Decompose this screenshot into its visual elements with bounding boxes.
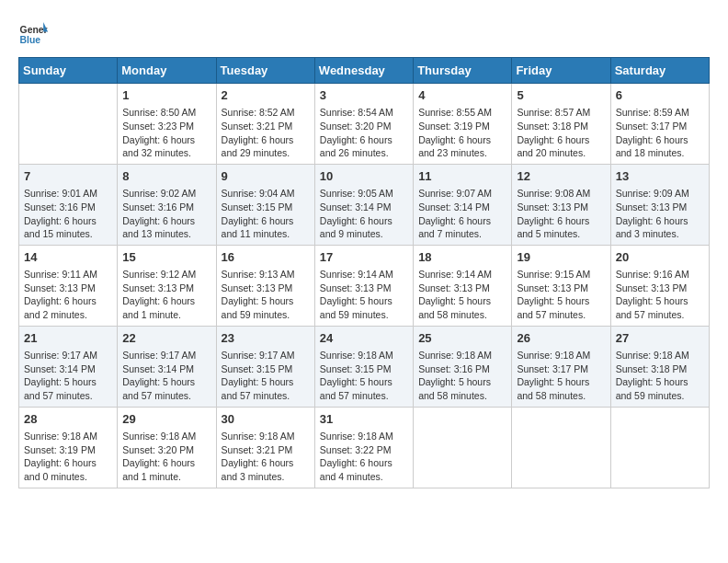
- day-number: 12: [517, 168, 605, 185]
- calendar-cell: 17Sunrise: 9:14 AM Sunset: 3:13 PM Dayli…: [314, 245, 413, 326]
- calendar-cell: 22Sunrise: 9:17 AM Sunset: 3:14 PM Dayli…: [118, 326, 216, 407]
- day-info: Sunrise: 9:17 AM Sunset: 3:14 PM Dayligh…: [122, 349, 210, 403]
- day-info: Sunrise: 9:18 AM Sunset: 3:22 PM Dayligh…: [320, 430, 408, 484]
- day-number: 27: [616, 330, 704, 347]
- day-number: 16: [222, 249, 310, 266]
- calendar-cell: 13Sunrise: 9:09 AM Sunset: 3:13 PM Dayli…: [610, 164, 709, 245]
- weekday-header-thursday: Thursday: [414, 58, 512, 84]
- day-number: 23: [222, 330, 310, 347]
- calendar-cell: [512, 407, 610, 488]
- calendar-cell: 28Sunrise: 9:18 AM Sunset: 3:19 PM Dayli…: [19, 407, 118, 488]
- day-number: 1: [122, 87, 210, 104]
- day-number: 24: [320, 330, 408, 347]
- day-info: Sunrise: 9:15 AM Sunset: 3:13 PM Dayligh…: [517, 268, 605, 322]
- day-number: 28: [24, 411, 112, 428]
- calendar-cell: 18Sunrise: 9:14 AM Sunset: 3:13 PM Dayli…: [414, 245, 512, 326]
- weekday-header-monday: Monday: [118, 58, 216, 84]
- day-info: Sunrise: 9:18 AM Sunset: 3:20 PM Dayligh…: [122, 430, 210, 484]
- calendar-cell: 14Sunrise: 9:11 AM Sunset: 3:13 PM Dayli…: [19, 245, 118, 326]
- day-number: 25: [418, 330, 506, 347]
- logo: General Blue: [18, 18, 48, 48]
- day-number: 19: [517, 249, 605, 266]
- calendar-cell: 5Sunrise: 8:57 AM Sunset: 3:18 PM Daylig…: [512, 84, 610, 165]
- calendar-body: 1Sunrise: 8:50 AM Sunset: 3:23 PM Daylig…: [19, 84, 710, 488]
- day-number: 30: [222, 411, 310, 428]
- calendar-cell: 31Sunrise: 9:18 AM Sunset: 3:22 PM Dayli…: [314, 407, 413, 488]
- day-number: 20: [616, 249, 704, 266]
- calendar-cell: 20Sunrise: 9:16 AM Sunset: 3:13 PM Dayli…: [610, 245, 709, 326]
- day-number: 26: [517, 330, 605, 347]
- day-info: Sunrise: 8:54 AM Sunset: 3:20 PM Dayligh…: [320, 106, 408, 160]
- calendar-cell: 19Sunrise: 9:15 AM Sunset: 3:13 PM Dayli…: [512, 245, 610, 326]
- calendar-table: SundayMondayTuesdayWednesdayThursdayFrid…: [18, 57, 710, 488]
- day-info: Sunrise: 9:18 AM Sunset: 3:15 PM Dayligh…: [320, 349, 408, 403]
- day-number: 29: [122, 411, 210, 428]
- day-number: 3: [320, 87, 408, 104]
- day-info: Sunrise: 9:01 AM Sunset: 3:16 PM Dayligh…: [24, 187, 112, 241]
- day-info: Sunrise: 9:12 AM Sunset: 3:13 PM Dayligh…: [122, 268, 210, 322]
- day-info: Sunrise: 9:18 AM Sunset: 3:16 PM Dayligh…: [418, 349, 506, 403]
- day-info: Sunrise: 9:18 AM Sunset: 3:19 PM Dayligh…: [24, 430, 112, 484]
- weekday-header-tuesday: Tuesday: [216, 58, 314, 84]
- day-number: 13: [616, 168, 704, 185]
- calendar-cell: 25Sunrise: 9:18 AM Sunset: 3:16 PM Dayli…: [414, 326, 512, 407]
- calendar-cell: [610, 407, 709, 488]
- calendar-week-row: 28Sunrise: 9:18 AM Sunset: 3:19 PM Dayli…: [19, 407, 710, 488]
- day-number: 21: [24, 330, 112, 347]
- calendar-cell: [19, 84, 118, 165]
- day-info: Sunrise: 8:55 AM Sunset: 3:19 PM Dayligh…: [418, 106, 506, 160]
- day-info: Sunrise: 9:05 AM Sunset: 3:14 PM Dayligh…: [320, 187, 408, 241]
- calendar-cell: 24Sunrise: 9:18 AM Sunset: 3:15 PM Dayli…: [314, 326, 413, 407]
- day-number: 14: [24, 249, 112, 266]
- day-info: Sunrise: 8:59 AM Sunset: 3:17 PM Dayligh…: [616, 106, 704, 160]
- calendar-cell: 8Sunrise: 9:02 AM Sunset: 3:16 PM Daylig…: [118, 164, 216, 245]
- day-number: 17: [320, 249, 408, 266]
- calendar-cell: 12Sunrise: 9:08 AM Sunset: 3:13 PM Dayli…: [512, 164, 610, 245]
- calendar-header: SundayMondayTuesdayWednesdayThursdayFrid…: [19, 58, 710, 84]
- day-number: 7: [24, 168, 112, 185]
- day-number: 8: [122, 168, 210, 185]
- calendar-week-row: 1Sunrise: 8:50 AM Sunset: 3:23 PM Daylig…: [19, 84, 710, 165]
- day-number: 11: [418, 168, 506, 185]
- calendar-cell: 30Sunrise: 9:18 AM Sunset: 3:21 PM Dayli…: [216, 407, 314, 488]
- calendar-cell: 26Sunrise: 9:18 AM Sunset: 3:17 PM Dayli…: [512, 326, 610, 407]
- day-info: Sunrise: 9:11 AM Sunset: 3:13 PM Dayligh…: [24, 268, 112, 322]
- calendar-cell: 9Sunrise: 9:04 AM Sunset: 3:15 PM Daylig…: [216, 164, 314, 245]
- day-number: 6: [616, 87, 704, 104]
- svg-text:Blue: Blue: [20, 35, 41, 45]
- day-number: 4: [418, 87, 506, 104]
- day-info: Sunrise: 9:02 AM Sunset: 3:16 PM Dayligh…: [122, 187, 210, 241]
- day-number: 10: [320, 168, 408, 185]
- calendar-cell: 1Sunrise: 8:50 AM Sunset: 3:23 PM Daylig…: [118, 84, 216, 165]
- day-info: Sunrise: 9:18 AM Sunset: 3:18 PM Dayligh…: [616, 349, 704, 403]
- calendar-week-row: 14Sunrise: 9:11 AM Sunset: 3:13 PM Dayli…: [19, 245, 710, 326]
- page-header: General Blue: [18, 18, 710, 48]
- calendar-cell: 15Sunrise: 9:12 AM Sunset: 3:13 PM Dayli…: [118, 245, 216, 326]
- day-info: Sunrise: 8:52 AM Sunset: 3:21 PM Dayligh…: [222, 106, 310, 160]
- calendar-cell: 11Sunrise: 9:07 AM Sunset: 3:14 PM Dayli…: [414, 164, 512, 245]
- day-number: 31: [320, 411, 408, 428]
- calendar-cell: 2Sunrise: 8:52 AM Sunset: 3:21 PM Daylig…: [216, 84, 314, 165]
- calendar-week-row: 7Sunrise: 9:01 AM Sunset: 3:16 PM Daylig…: [19, 164, 710, 245]
- calendar-cell: [414, 407, 512, 488]
- weekday-header-wednesday: Wednesday: [314, 58, 413, 84]
- day-info: Sunrise: 9:14 AM Sunset: 3:13 PM Dayligh…: [320, 268, 408, 322]
- calendar-cell: 27Sunrise: 9:18 AM Sunset: 3:18 PM Dayli…: [610, 326, 709, 407]
- day-info: Sunrise: 9:18 AM Sunset: 3:21 PM Dayligh…: [222, 430, 310, 484]
- calendar-cell: 6Sunrise: 8:59 AM Sunset: 3:17 PM Daylig…: [610, 84, 709, 165]
- day-number: 22: [122, 330, 210, 347]
- day-info: Sunrise: 9:16 AM Sunset: 3:13 PM Dayligh…: [616, 268, 704, 322]
- calendar-cell: 4Sunrise: 8:55 AM Sunset: 3:19 PM Daylig…: [414, 84, 512, 165]
- day-number: 9: [222, 168, 310, 185]
- day-info: Sunrise: 9:14 AM Sunset: 3:13 PM Dayligh…: [418, 268, 506, 322]
- day-info: Sunrise: 9:04 AM Sunset: 3:15 PM Dayligh…: [222, 187, 310, 241]
- day-info: Sunrise: 9:09 AM Sunset: 3:13 PM Dayligh…: [616, 187, 704, 241]
- calendar-cell: 10Sunrise: 9:05 AM Sunset: 3:14 PM Dayli…: [314, 164, 413, 245]
- calendar-cell: 7Sunrise: 9:01 AM Sunset: 3:16 PM Daylig…: [19, 164, 118, 245]
- calendar-week-row: 21Sunrise: 9:17 AM Sunset: 3:14 PM Dayli…: [19, 326, 710, 407]
- weekday-header-saturday: Saturday: [610, 58, 709, 84]
- day-info: Sunrise: 9:07 AM Sunset: 3:14 PM Dayligh…: [418, 187, 506, 241]
- weekday-header-row: SundayMondayTuesdayWednesdayThursdayFrid…: [19, 58, 710, 84]
- day-info: Sunrise: 9:13 AM Sunset: 3:13 PM Dayligh…: [222, 268, 310, 322]
- day-info: Sunrise: 9:17 AM Sunset: 3:14 PM Dayligh…: [24, 349, 112, 403]
